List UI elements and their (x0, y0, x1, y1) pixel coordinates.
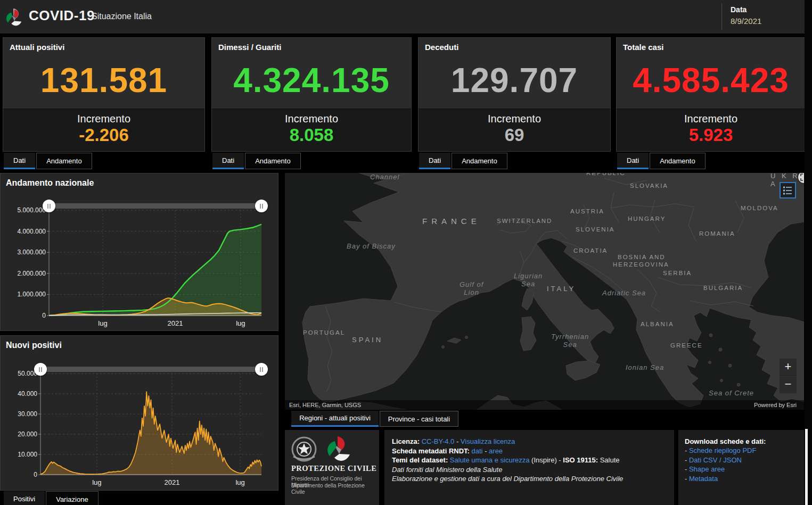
powered-by-esri[interactable]: Powered by Esri (754, 400, 797, 410)
license-link[interactable]: CC-BY-4.0 (422, 437, 455, 445)
svg-text:2.000.000: 2.000.000 (18, 270, 46, 277)
scrollbar-thumb[interactable] (805, 429, 808, 505)
license-note: Elaborazione e gestione dati a cura del … (392, 474, 667, 484)
license-text: - (483, 447, 489, 455)
app-title: COVID-19 (29, 7, 95, 24)
legend-list-icon (783, 186, 793, 195)
time-slider-track[interactable] (49, 203, 261, 209)
expand-arrows-icon (800, 173, 804, 181)
slider-grip-icon (260, 367, 263, 372)
svg-text:3.000.000: 3.000.000 (18, 249, 46, 256)
card-value: 131.581 (3, 52, 204, 109)
increment-label: Incremento (212, 109, 411, 125)
map-legend-button[interactable] (780, 182, 796, 198)
license-link[interactable]: aree (489, 447, 503, 455)
card-value: 4.585.423 (617, 52, 805, 109)
tab-variazione[interactable]: Variazione (46, 491, 98, 505)
download-link-row: - Dati CSV / JSON (685, 456, 798, 465)
app-subtitle: Situazione Italia (92, 12, 152, 21)
tab-andamento[interactable]: Andamento (650, 153, 706, 169)
license-text: - (454, 437, 461, 445)
org-name: PROTEZIONE CIVILE (291, 464, 376, 473)
tab-andamento[interactable]: Andamento (36, 153, 92, 169)
svg-text:40.000: 40.000 (18, 390, 37, 398)
svg-text:lug: lug (235, 478, 244, 486)
card-title: Deceduti (419, 38, 610, 52)
license-note: Dati forniti dal Ministero della Salute (392, 465, 667, 475)
download-link[interactable]: Shape aree (689, 465, 725, 473)
slider-grip-icon (47, 204, 51, 209)
map-zoom-in-button[interactable]: + (780, 359, 797, 376)
license-link[interactable]: dati (472, 447, 483, 455)
card-totale-casi: Totale casi 4.585.423 Incremento 5.923 (616, 37, 806, 152)
card-attuali-positivi: Attuali positivi 131.581 Incremento -2.2… (3, 37, 205, 152)
map-attribution-bar: Esri, HERE, Garmin, USGS Powered by Esri (285, 400, 804, 410)
map-basemap (285, 173, 804, 410)
card-title: Totale casi (617, 38, 805, 52)
andamento-nazionale-chart: 01.000.0002.000.0003.000.0004.000.0005.0… (1, 173, 279, 332)
protezione-civile-logo-icon (4, 6, 24, 28)
license-text: Temi del dataset: (392, 456, 450, 464)
tab-dati[interactable]: Dati (4, 153, 35, 169)
tab-positivi[interactable]: Positivi (4, 491, 45, 505)
download-link-row: - Schede riepilogo PDF (685, 446, 798, 456)
time-slider-track[interactable] (40, 367, 261, 372)
tab-andamento[interactable]: Andamento (452, 153, 507, 169)
footer-license-box: Licenza: CC-BY-4.0 - Visualizza licenzaS… (384, 430, 674, 505)
tab-dati[interactable]: Dati (212, 153, 244, 169)
map-zoom-out-button[interactable]: − (780, 376, 797, 393)
card-tabs-attuali: Dati Andamento (4, 153, 92, 169)
slider-grip-icon (260, 204, 263, 209)
license-link[interactable]: Salute umana e sicurezza (450, 456, 530, 464)
card-title: Dimessi / Guariti (212, 38, 411, 52)
license-text: (Inspire) - (529, 456, 563, 464)
map-attribution: Esri, HERE, Garmin, USGS (289, 400, 361, 410)
page-scrollbar[interactable] (805, 0, 812, 505)
license-line: Temi del dataset: Salute umana e sicurez… (392, 456, 667, 465)
increment-value: 8.058 (212, 125, 411, 145)
download-link-row: - Metadata (685, 474, 798, 484)
download-link[interactable]: Schede riepilogo PDF (689, 446, 756, 454)
time-slider-handle-right[interactable] (255, 363, 268, 376)
svg-text:0: 0 (34, 471, 37, 478)
license-link[interactable]: Visualizza licenza (461, 437, 515, 445)
time-slider-handle-left[interactable] (34, 363, 47, 376)
tab-dati[interactable]: Dati (419, 153, 450, 169)
increment-label: Incremento (617, 109, 805, 125)
increment-value: 69 (419, 125, 610, 145)
time-slider-handle-left[interactable] (43, 200, 55, 212)
download-link[interactable]: Metadata (689, 475, 718, 483)
download-title: Download schede e dati: (685, 437, 798, 446)
card-tabs-dimessi: Dati Andamento (212, 153, 301, 169)
svg-text:lug: lug (236, 319, 245, 327)
card-title: Attuali positivi (3, 38, 204, 52)
tab-dati[interactable]: Dati (617, 153, 649, 169)
footer-download-box: Download schede e dati: - Schede riepilo… (678, 430, 804, 505)
card-increment-section: Incremento 69 (419, 109, 610, 151)
time-slider-handle-right[interactable] (255, 200, 268, 212)
tab-regioni-attuali-positivi[interactable]: Regioni - attuali positivi (291, 411, 379, 427)
license-text: Scheda metadati RNDT: (392, 447, 472, 455)
date-value: 8/9/2021 (731, 16, 761, 26)
slider-grip-icon (39, 367, 42, 372)
svg-text:5.000.000: 5.000.000 (18, 206, 46, 214)
svg-text:2021: 2021 (168, 319, 183, 327)
svg-text:20.000: 20.000 (18, 431, 37, 438)
card-deceduti: Deceduti 129.707 Incremento 69 (418, 37, 611, 152)
svg-text:10.000: 10.000 (18, 451, 37, 458)
card-value: 4.324.135 (212, 52, 411, 109)
license-text: ISO 19115: (563, 456, 600, 464)
tab-andamento[interactable]: Andamento (245, 153, 301, 169)
card-increment-section: Incremento -2.206 (3, 109, 204, 151)
card-tabs-totale: Dati Andamento (617, 153, 706, 169)
tab-province-casi-totali[interactable]: Province - casi totali (380, 411, 458, 427)
increment-label: Incremento (3, 109, 204, 125)
svg-text:30.000: 30.000 (18, 410, 37, 418)
header-bar: COVID-19 Situazione Italia Data 8/9/2021 (0, 0, 812, 34)
license-line: Licenza: CC-BY-4.0 - Visualizza licenza (392, 437, 667, 446)
license-text: Salute (600, 456, 620, 464)
card-tabs-deceduti: Dati Andamento (419, 153, 507, 169)
download-link[interactable]: Dati CSV / JSON (689, 456, 742, 464)
increment-value: 5.923 (617, 125, 805, 145)
europe-map[interactable]: + − Esri, HERE, Garmin, USGS Powered by … (285, 173, 804, 410)
